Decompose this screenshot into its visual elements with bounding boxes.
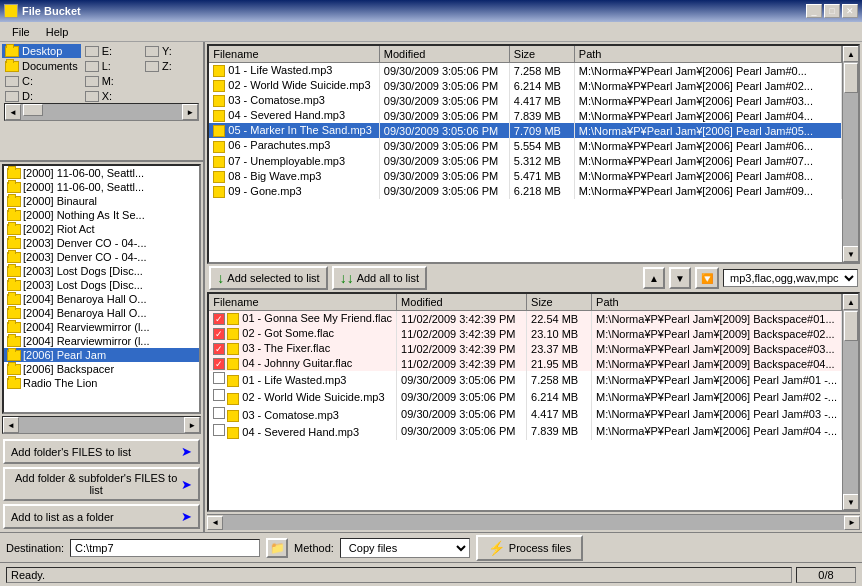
check-box[interactable] bbox=[213, 407, 225, 419]
tree-item[interactable]: [2004] Rearviewmirror (l... bbox=[4, 334, 199, 348]
tree-scroll-right[interactable]: ► bbox=[184, 417, 200, 433]
check-box[interactable]: ✓ bbox=[213, 358, 225, 370]
process-files-btn[interactable]: ⚡ Process files bbox=[476, 535, 583, 561]
filter-icon[interactable]: 🔽 bbox=[695, 267, 719, 289]
check-box[interactable]: ✓ bbox=[213, 328, 225, 340]
col-header-modified[interactable]: Modified bbox=[397, 294, 527, 311]
tree-item[interactable]: [2004] Benaroya Hall O... bbox=[4, 292, 199, 306]
tree-item[interactable]: [2004] Rearviewmirror (l... bbox=[4, 320, 199, 334]
tree-item[interactable]: [2003] Denver CO - 04-... bbox=[4, 236, 199, 250]
top-file-filename[interactable]: 01 - Life Wasted.mp3 bbox=[209, 63, 379, 79]
bottom-scroll-thumb[interactable] bbox=[844, 311, 858, 341]
top-v-scrollbar[interactable]: ▲ ▼ bbox=[842, 46, 858, 262]
tree-h-scrollbar[interactable]: ◄ ► bbox=[2, 416, 201, 434]
top-file-filename[interactable]: 02 - World Wide Suicide.mp3 bbox=[209, 78, 379, 93]
drive-c[interactable]: C: bbox=[2, 74, 81, 88]
drive-d[interactable]: D: bbox=[2, 89, 81, 103]
bottom-scroll-right[interactable]: ► bbox=[844, 516, 860, 530]
bottom-file-modified: 11/02/2009 3:42:39 PM bbox=[397, 311, 527, 327]
check-box[interactable]: ✓ bbox=[213, 343, 225, 355]
tree-scroll-left[interactable]: ◄ bbox=[3, 417, 19, 433]
drive-scrollbar[interactable]: ◄ ► bbox=[4, 103, 199, 121]
check-box[interactable]: ✓ bbox=[213, 313, 225, 325]
folder-tree[interactable]: [2000] 11-06-00, Seattl... [2000] 11-06-… bbox=[2, 164, 201, 414]
menu-help[interactable]: Help bbox=[38, 24, 77, 40]
check-box[interactable] bbox=[213, 372, 225, 384]
tree-item[interactable]: [2000] Nothing As It Se... bbox=[4, 208, 199, 222]
drive-desktop[interactable]: Desktop bbox=[2, 44, 81, 58]
top-scroll-down[interactable]: ▼ bbox=[843, 246, 859, 262]
drive-l[interactable]: L: bbox=[82, 59, 141, 73]
col-header-filename[interactable]: Filename bbox=[209, 294, 396, 311]
bottom-scroll-left[interactable]: ◄ bbox=[207, 516, 223, 530]
tree-item[interactable]: [2000] 11-06-00, Seattl... bbox=[4, 180, 199, 194]
check-box[interactable] bbox=[213, 424, 225, 436]
drive-m[interactable]: M: bbox=[82, 74, 141, 88]
drive-e[interactable]: E: bbox=[82, 44, 141, 58]
top-file-filename[interactable]: 04 - Severed Hand.mp3 bbox=[209, 108, 379, 123]
tree-item[interactable]: [2003] Lost Dogs [Disc... bbox=[4, 264, 199, 278]
bottom-v-scrollbar[interactable]: ▲ ▼ bbox=[842, 294, 858, 510]
check-box[interactable] bbox=[213, 389, 225, 401]
add-folder-subfolders-btn[interactable]: Add folder & subfolder's FILES to list ➤ bbox=[3, 467, 200, 501]
browse-folder-btn[interactable]: 📁 bbox=[266, 538, 288, 558]
scroll-thumb[interactable] bbox=[23, 104, 43, 116]
tree-item[interactable]: Radio The Lion bbox=[4, 376, 199, 390]
tree-item[interactable]: [2004] Benaroya Hall O... bbox=[4, 306, 199, 320]
bottom-file-filename[interactable]: ✓02 - Got Some.flac bbox=[209, 326, 396, 341]
bottom-scroll-up[interactable]: ▲ bbox=[843, 294, 859, 310]
scroll-right-btn[interactable]: ► bbox=[182, 104, 198, 120]
bottom-file-filename[interactable]: 02 - World Wide Suicide.mp3 bbox=[209, 388, 396, 405]
menu-file[interactable]: File bbox=[4, 24, 38, 40]
top-table-scroll[interactable]: Filename Modified Size Path 01 - Life Wa… bbox=[209, 46, 842, 262]
drive-x[interactable]: X: bbox=[82, 89, 141, 103]
bottom-file-filename[interactable]: ✓04 - Johnny Guitar.flac bbox=[209, 356, 396, 371]
filter-select[interactable]: mp3,flac,ogg,wav,mpc bbox=[723, 269, 858, 287]
drive-y[interactable]: Y: bbox=[142, 44, 201, 58]
top-file-filename[interactable]: 08 - Big Wave.mp3 bbox=[209, 169, 379, 184]
tree-item[interactable]: [2002] Riot Act bbox=[4, 222, 199, 236]
top-scroll-thumb[interactable] bbox=[844, 63, 858, 93]
bottom-file-filename[interactable]: ✓03 - The Fixer.flac bbox=[209, 341, 396, 356]
col-header-path[interactable]: Path bbox=[592, 294, 842, 311]
bottom-file-filename[interactable]: ✓01 - Gonna See My Friend.flac bbox=[209, 311, 396, 327]
bottom-file-filename[interactable]: 03 - Comatose.mp3 bbox=[209, 406, 396, 423]
top-file-filename[interactable]: 07 - Unemployable.mp3 bbox=[209, 154, 379, 169]
sort-up-btn[interactable]: ▲ bbox=[643, 267, 665, 289]
bottom-scroll-down[interactable]: ▼ bbox=[843, 494, 859, 510]
add-as-folder-btn[interactable]: Add to list as a folder ➤ bbox=[3, 504, 200, 529]
tree-item-pearl-jam[interactable]: [2006] Pearl Jam bbox=[4, 348, 199, 362]
tree-item[interactable]: [2003] Lost Dogs [Disc... bbox=[4, 278, 199, 292]
col-header-size[interactable]: Size bbox=[527, 294, 592, 311]
tree-item[interactable]: [2003] Denver CO - 04-... bbox=[4, 250, 199, 264]
top-file-filename[interactable]: 06 - Parachutes.mp3 bbox=[209, 138, 379, 153]
close-button[interactable]: ✕ bbox=[842, 4, 858, 18]
col-header-path[interactable]: Path bbox=[574, 46, 841, 63]
bottom-table-scroll[interactable]: Filename Modified Size Path ✓01 - Gonna … bbox=[209, 294, 842, 510]
bottom-file-filename[interactable]: 04 - Severed Hand.mp3 bbox=[209, 423, 396, 440]
tree-item[interactable]: [2000] Binaural bbox=[4, 194, 199, 208]
top-file-filename[interactable]: 09 - Gone.mp3 bbox=[209, 184, 379, 199]
drive-documents[interactable]: Documents bbox=[2, 59, 81, 73]
add-all-btn[interactable]: ↓↓ Add all to list bbox=[332, 266, 427, 290]
destination-input[interactable] bbox=[70, 539, 260, 557]
top-file-filename[interactable]: 03 - Comatose.mp3 bbox=[209, 93, 379, 108]
window-controls[interactable]: _ □ ✕ bbox=[806, 4, 858, 18]
add-folder-files-btn[interactable]: Add folder's FILES to list ➤ bbox=[3, 439, 200, 464]
scroll-left-btn[interactable]: ◄ bbox=[5, 104, 21, 120]
col-header-modified[interactable]: Modified bbox=[379, 46, 509, 63]
col-header-size[interactable]: Size bbox=[509, 46, 574, 63]
add-selected-btn[interactable]: ↓ Add selected to list bbox=[209, 266, 327, 290]
top-file-filename[interactable]: 05 - Marker In The Sand.mp3 bbox=[209, 123, 379, 138]
col-header-filename[interactable]: Filename bbox=[209, 46, 379, 63]
maximize-button[interactable]: □ bbox=[824, 4, 840, 18]
bottom-h-scrollbar[interactable]: ◄ ► bbox=[207, 514, 860, 530]
tree-item[interactable]: [2006] Backspacer bbox=[4, 362, 199, 376]
drive-z[interactable]: Z: bbox=[142, 59, 201, 73]
bottom-file-filename[interactable]: 01 - Life Wasted.mp3 bbox=[209, 371, 396, 388]
top-scroll-up[interactable]: ▲ bbox=[843, 46, 859, 62]
sort-down-btn[interactable]: ▼ bbox=[669, 267, 691, 289]
tree-item[interactable]: [2000] 11-06-00, Seattl... bbox=[4, 166, 199, 180]
method-select[interactable]: Copy files Move files Process files bbox=[340, 538, 470, 558]
minimize-button[interactable]: _ bbox=[806, 4, 822, 18]
